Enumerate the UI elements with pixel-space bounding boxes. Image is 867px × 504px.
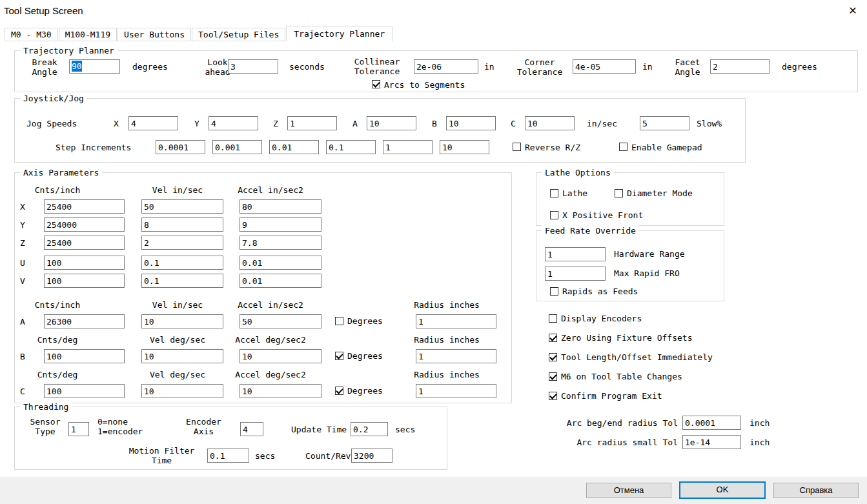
axis-v-vel-input[interactable] bbox=[141, 274, 223, 288]
axis-b-degrees-checkbox[interactable] bbox=[335, 352, 343, 360]
jog-speed-c-input[interactable] bbox=[525, 116, 575, 130]
axis-a-radius-input[interactable] bbox=[416, 314, 496, 328]
axis-v-accel-input[interactable] bbox=[240, 274, 321, 288]
c-vel-header: Vel deg/sec bbox=[142, 370, 213, 379]
motion-filter-time-unit: secs bbox=[255, 451, 275, 461]
lathe-checkbox[interactable] bbox=[550, 189, 558, 197]
tab-m0-m30[interactable]: M0 - M30 bbox=[5, 28, 58, 41]
step-increment-5-input[interactable] bbox=[383, 140, 433, 154]
a-vel-header: Vel in/sec bbox=[142, 300, 213, 310]
close-icon[interactable]: ✕ bbox=[841, 2, 864, 20]
axis-b-vel-input[interactable] bbox=[141, 349, 223, 363]
help-button[interactable]: Справка bbox=[773, 483, 859, 498]
arc-beg-end-radius-tol-label: Arc beg/end radius Tol bbox=[528, 418, 678, 428]
zero-using-fixture-offsets-checkbox[interactable] bbox=[549, 334, 557, 342]
arcs-to-segments-checkbox[interactable] bbox=[372, 80, 380, 88]
axis-a-cnts-input[interactable] bbox=[44, 314, 125, 328]
axis-x-vel-input[interactable] bbox=[141, 199, 223, 214]
rapids-as-feeds-checkbox[interactable] bbox=[550, 287, 558, 296]
update-time-input[interactable] bbox=[351, 422, 388, 436]
step-increment-3-input[interactable] bbox=[269, 140, 319, 154]
axis-y-cnts-input[interactable] bbox=[44, 217, 125, 232]
axis-c-vel-input[interactable] bbox=[141, 384, 223, 398]
display-encoders-checkbox[interactable] bbox=[549, 314, 557, 323]
axis-x-label: X bbox=[20, 202, 25, 212]
m6-on-tool-table-changes-checkbox[interactable] bbox=[549, 372, 557, 381]
arc-radius-small-tol-label: Arc radius small Tol bbox=[528, 438, 678, 447]
tab-user-buttons[interactable]: User Buttons bbox=[117, 28, 191, 41]
jog-speed-y-input[interactable] bbox=[209, 116, 258, 130]
step-increment-1-input[interactable] bbox=[156, 140, 205, 154]
axis-a-degrees-checkbox[interactable] bbox=[335, 317, 343, 325]
corner-tolerance-input[interactable] bbox=[573, 59, 636, 74]
c-cnts-header: Cnts/deg bbox=[22, 370, 93, 379]
axis-a-accel-input[interactable] bbox=[240, 314, 321, 328]
encoder-axis-label: Encoder Axis bbox=[179, 417, 228, 436]
axis-u-accel-input[interactable] bbox=[240, 256, 321, 270]
corner-tolerance-unit: in bbox=[642, 62, 653, 72]
axis-z-accel-input[interactable] bbox=[240, 236, 321, 250]
motion-filter-time-input[interactable] bbox=[207, 449, 249, 463]
count-rev-input[interactable] bbox=[351, 449, 393, 463]
axis-a-vel-input[interactable] bbox=[141, 314, 223, 328]
jog-speed-x-input[interactable] bbox=[128, 116, 178, 130]
axis-y-vel-input[interactable] bbox=[141, 217, 223, 232]
x-positive-front-checkbox[interactable] bbox=[550, 211, 558, 219]
lathe-options-group: Lathe Options Lathe Diameter Mode X Posi… bbox=[536, 172, 724, 226]
jog-slow-input[interactable] bbox=[640, 116, 689, 130]
arc-radius-small-tol-input[interactable] bbox=[682, 435, 741, 449]
tab-tool-setup-files[interactable]: Tool/Setup Files bbox=[192, 28, 285, 41]
step-increment-6-input[interactable] bbox=[440, 140, 489, 154]
a-accel-header: Accel in/sec2 bbox=[235, 300, 306, 310]
enable-gamepad-checkbox[interactable] bbox=[619, 143, 627, 151]
corner-tolerance-label: Corner Tolerance bbox=[512, 57, 567, 77]
tool-length-offset-immediately-checkbox[interactable] bbox=[549, 353, 557, 361]
a-radius-header: Radius inches bbox=[411, 300, 482, 310]
jog-speed-b-input[interactable] bbox=[446, 116, 496, 130]
axis-y-accel-input[interactable] bbox=[240, 217, 321, 232]
axis-x-cnts-input[interactable] bbox=[44, 199, 125, 214]
jog-speed-a-input[interactable] bbox=[367, 116, 416, 130]
enable-gamepad-label: Enable Gamepad bbox=[631, 143, 702, 152]
confirm-program-exit-checkbox[interactable] bbox=[549, 392, 557, 400]
look-ahead-input[interactable] bbox=[228, 59, 278, 74]
trajectory-planner-legend: Trajectory Planner bbox=[20, 45, 117, 56]
b-accel-header: Accel deg/sec2 bbox=[235, 335, 306, 345]
diameter-mode-checkbox[interactable] bbox=[615, 189, 623, 197]
reverse-rz-checkbox[interactable] bbox=[513, 143, 521, 151]
axis-b-cnts-input[interactable] bbox=[44, 349, 125, 363]
tab-trajectory-planner[interactable]: Trajectory Planner bbox=[286, 26, 393, 41]
axis-v-cnts-input[interactable] bbox=[44, 274, 125, 288]
tab-m100-m119[interactable]: M100-M119 bbox=[59, 28, 117, 41]
hardware-range-label: Hardware Range bbox=[614, 249, 685, 259]
axis-u-cnts-input[interactable] bbox=[44, 256, 125, 270]
sensor-type-input[interactable] bbox=[68, 422, 89, 436]
max-rapid-fro-input[interactable] bbox=[545, 267, 606, 281]
encoder-axis-input[interactable] bbox=[240, 422, 263, 436]
axis-c-radius-input[interactable] bbox=[416, 384, 496, 398]
jog-speed-z-input[interactable] bbox=[287, 116, 337, 130]
axis-b-accel-input[interactable] bbox=[240, 349, 321, 363]
ok-button[interactable]: OK bbox=[679, 481, 766, 499]
axis-z-vel-input[interactable] bbox=[141, 236, 223, 250]
step-increments-label: Step Increments bbox=[56, 143, 131, 152]
facet-angle-input[interactable] bbox=[710, 59, 770, 74]
axis-x-accel-input[interactable] bbox=[240, 199, 321, 214]
hardware-range-input[interactable] bbox=[545, 247, 606, 261]
axis-c-degrees-checkbox[interactable] bbox=[335, 387, 343, 395]
jog-axis-b-label: B bbox=[432, 119, 437, 128]
collinear-tolerance-input[interactable] bbox=[414, 59, 478, 74]
step-increment-2-input[interactable] bbox=[212, 140, 262, 154]
axis-b-radius-input[interactable] bbox=[416, 349, 496, 363]
break-angle-input[interactable]: 90 bbox=[69, 59, 120, 74]
facet-angle-unit: degrees bbox=[782, 62, 817, 72]
axis-c-cnts-input[interactable] bbox=[44, 384, 125, 398]
jog-axis-y-label: Y bbox=[194, 119, 199, 128]
step-increment-4-input[interactable] bbox=[326, 140, 376, 154]
cancel-button[interactable]: Отмена bbox=[586, 483, 671, 498]
axis-z-cnts-input[interactable] bbox=[44, 236, 125, 250]
arc-radius-small-tol-unit: inch bbox=[750, 438, 770, 447]
axis-u-vel-input[interactable] bbox=[141, 256, 223, 270]
arc-beg-end-radius-tol-input[interactable] bbox=[682, 416, 741, 430]
axis-c-accel-input[interactable] bbox=[240, 384, 321, 398]
